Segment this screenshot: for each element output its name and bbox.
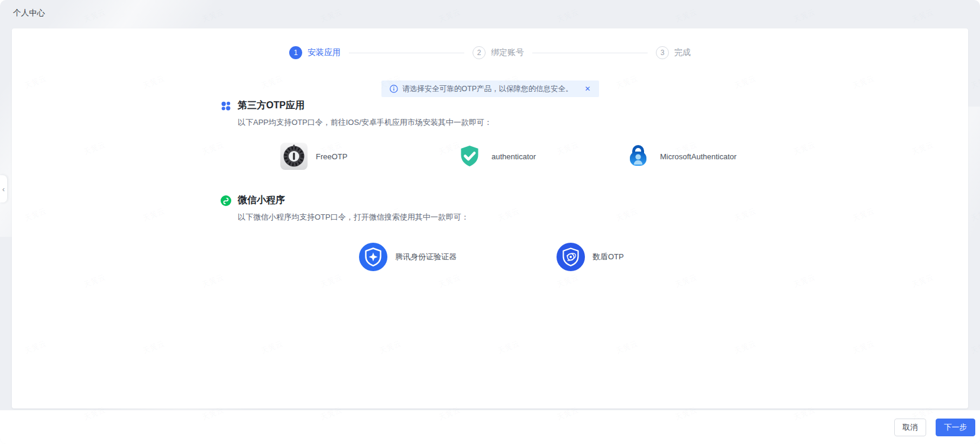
section-title: 第三方OTP应用 — [238, 99, 305, 112]
app-label: 数盾OTP — [593, 252, 624, 262]
blue-lock-person-icon — [624, 142, 652, 170]
step-connector — [349, 53, 464, 53]
section-header: 第三方OTP应用 — [221, 99, 492, 112]
app-tencent-identity-verifier: 腾讯身份证验证器 — [359, 243, 457, 271]
section-subtitle: 以下微信小程序均支持OTP口令，打开微信搜索使用其中一款即可： — [238, 212, 469, 223]
breadcrumb: 个人中心 — [13, 0, 45, 26]
section-header: 微信小程序 — [221, 194, 469, 207]
app-label: authenticator — [491, 152, 536, 161]
app-window: 个人中心 1 安装应用 2 绑定账号 3 完成 请 — [0, 0, 980, 444]
step-label: 安装应用 — [308, 47, 341, 58]
next-step-button[interactable]: 下一步 — [936, 419, 975, 436]
blue-shield-star-icon — [359, 243, 387, 271]
blue-shield-target-icon — [557, 243, 585, 271]
step-number-badge: 3 — [656, 46, 669, 59]
otp-setup-panel: 1 安装应用 2 绑定账号 3 完成 请选择安全可靠的OTP产品，以保障您的信息… — [12, 28, 968, 408]
green-shield-check-icon — [455, 142, 484, 170]
app-authenticator: authenticator — [455, 142, 536, 170]
info-icon — [389, 85, 397, 93]
app-shudun-otp: 数盾OTP — [557, 243, 624, 271]
step-finish: 3 完成 — [656, 46, 691, 59]
freeotp-dial-icon — [280, 142, 308, 170]
app-label: FreeOTP — [316, 152, 347, 161]
step-number-badge: 2 — [473, 46, 486, 59]
stepper: 1 安装应用 2 绑定账号 3 完成 — [12, 46, 968, 59]
step-number-badge: 1 — [289, 46, 302, 59]
footer-actions: 取消 下一步 — [0, 410, 980, 444]
app-microsoft-authenticator: MicrosoftAuthenticator — [624, 142, 736, 170]
close-icon[interactable]: ✕ — [585, 85, 591, 93]
wechat-miniprogram-icon — [221, 195, 231, 206]
banner-text: 请选择安全可靠的OTP产品，以保障您的信息安全。 — [402, 84, 573, 94]
section-subtitle: 以下APP均支持OTP口令，前往IOS/安卓手机应用市场安装其中一款即可： — [238, 117, 492, 128]
app-label: MicrosoftAuthenticator — [660, 152, 736, 161]
four-dots-icon — [221, 101, 231, 111]
app-label: 腾讯身份证验证器 — [395, 252, 457, 262]
chevron-left-icon: ‹ — [2, 185, 5, 194]
collapse-handle[interactable]: ‹ — [0, 175, 7, 202]
cancel-button[interactable]: 取消 — [894, 419, 926, 436]
page-title: 个人中心 — [13, 8, 45, 17]
section-title: 微信小程序 — [238, 194, 285, 207]
step-bind-account: 2 绑定账号 — [473, 46, 524, 59]
step-install-app: 1 安装应用 — [289, 46, 341, 59]
info-banner: 请选择安全可靠的OTP产品，以保障您的信息安全。 ✕ — [381, 81, 599, 97]
app-freeotp: FreeOTP — [280, 142, 347, 170]
step-label: 绑定账号 — [491, 47, 524, 58]
step-label: 完成 — [674, 47, 691, 58]
section-wechat-miniprogram: 微信小程序 以下微信小程序均支持OTP口令，打开微信搜索使用其中一款即可： — [221, 194, 469, 223]
section-third-party-otp: 第三方OTP应用 以下APP均支持OTP口令，前往IOS/安卓手机应用市场安装其… — [221, 99, 492, 128]
step-connector — [532, 53, 648, 53]
